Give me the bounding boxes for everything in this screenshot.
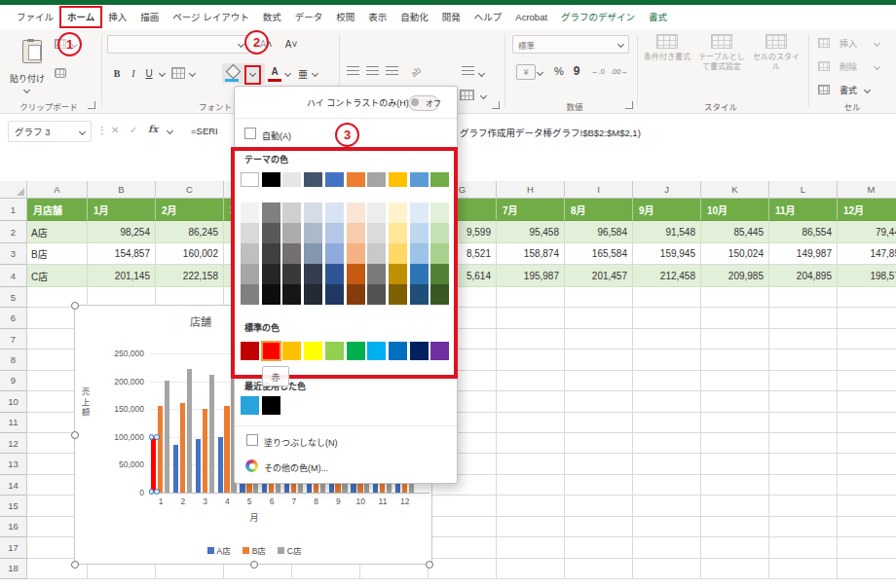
conditional-formatting-button[interactable]: 条件付き書式	[641, 34, 693, 94]
cell-empty[interactable]	[701, 391, 769, 412]
tab-自動化[interactable]: 自動化	[393, 7, 435, 27]
selected-bar-handle[interactable]	[154, 434, 160, 440]
no-fill-item[interactable]: 塗りつぶしなし(N)	[264, 436, 338, 449]
cell-empty[interactable]	[838, 413, 896, 433]
tab-開発[interactable]: 開発	[435, 7, 467, 27]
cell-value[interactable]: 165,584	[565, 243, 633, 265]
cell-month-2月[interactable]: 2月	[156, 199, 224, 221]
row-header-7[interactable]: 7	[0, 329, 27, 349]
cell-empty[interactable]	[633, 475, 701, 496]
format-painter-icon[interactable]	[55, 68, 66, 78]
cell-empty[interactable]	[497, 329, 565, 349]
cell-value[interactable]: 212,458	[633, 265, 701, 287]
font-color-button[interactable]: A	[267, 64, 282, 78]
cell-value[interactable]: 222,158	[156, 265, 224, 287]
cell-empty[interactable]	[565, 454, 633, 474]
cell-empty[interactable]	[565, 475, 633, 496]
cell-empty[interactable]	[838, 496, 896, 516]
cell-month-10月[interactable]: 10月	[701, 199, 769, 221]
cell-empty[interactable]	[633, 496, 701, 516]
cell-month-11月[interactable]: 11月	[769, 199, 838, 221]
cell-empty[interactable]	[769, 371, 838, 391]
cell-empty[interactable]	[701, 475, 769, 496]
cell-value[interactable]: 204,895	[769, 265, 838, 287]
tab-ページ レイアウト[interactable]: ページ レイアウト	[166, 7, 255, 27]
cell-value[interactable]: 158,874	[497, 243, 565, 265]
cell-empty[interactable]	[838, 475, 896, 496]
underline-button[interactable]: U	[141, 64, 157, 82]
cell-empty[interactable]	[497, 371, 565, 391]
cell-empty[interactable]	[633, 349, 701, 370]
chart-bar-B店-m1[interactable]	[158, 406, 163, 493]
chart-bar-B店-m2[interactable]	[180, 403, 185, 493]
cell-empty[interactable]	[565, 371, 633, 391]
cell-empty[interactable]	[701, 537, 769, 558]
row-header-4[interactable]: 4	[0, 265, 27, 287]
format-dropdown-icon[interactable]	[864, 87, 871, 93]
cell-empty[interactable]	[429, 537, 497, 558]
col-header-H[interactable]: H	[497, 181, 565, 199]
tab-表示[interactable]: 表示	[361, 7, 393, 27]
cell-value[interactable]: 198,57	[838, 265, 896, 287]
cell-value[interactable]: 147,85	[838, 243, 896, 265]
formula-text-right[interactable]: グラフ作成用データ棒グラフ!$B$2:$M$2,1)	[460, 126, 641, 139]
cell-empty[interactable]	[838, 517, 896, 537]
cell-empty[interactable]	[565, 329, 633, 349]
cell-empty[interactable]	[565, 391, 633, 412]
cell-empty[interactable]	[633, 371, 701, 391]
cell-month-9月[interactable]: 9月	[633, 199, 701, 221]
row-header-6[interactable]: 6	[0, 308, 27, 328]
cancel-icon[interactable]: ✕	[111, 125, 119, 135]
cell-empty[interactable]	[497, 559, 565, 579]
formula-text-left[interactable]: =SERI	[191, 126, 218, 136]
chart-bar-B店-m4[interactable]	[224, 406, 229, 493]
auto-color-swatch[interactable]	[244, 128, 256, 139]
cell-empty[interactable]	[769, 391, 838, 412]
cell-empty[interactable]	[497, 517, 565, 537]
currency-format-icon[interactable]: ¥	[516, 64, 536, 80]
tab-書式[interactable]: 書式	[642, 7, 674, 27]
cell-empty[interactable]	[769, 559, 838, 579]
insert-dropdown-icon[interactable]	[874, 40, 880, 47]
cell-empty[interactable]	[701, 287, 769, 308]
percent-style-button[interactable]: %	[551, 62, 567, 80]
cell-empty[interactable]	[633, 559, 701, 579]
cell-empty[interactable]	[497, 287, 565, 308]
shrink-font-button[interactable]: A˅	[280, 36, 302, 53]
cell-empty[interactable]	[838, 433, 896, 454]
cell-empty[interactable]	[838, 537, 896, 558]
alignment-dialog-launcher-icon[interactable]	[492, 101, 500, 109]
borders-dropdown-icon[interactable]	[189, 70, 196, 77]
more-colors-item[interactable]: その他の色(M)...	[264, 461, 328, 474]
underline-dropdown-icon[interactable]	[159, 70, 166, 77]
chart-bar-A店-m3[interactable]	[196, 439, 201, 493]
cell-value[interactable]: 86,245	[156, 221, 224, 243]
row-header-12[interactable]: 12	[0, 433, 27, 454]
cell-value[interactable]: 159,945	[633, 243, 701, 265]
tab-数式[interactable]: 数式	[256, 7, 288, 27]
cell-month-8月[interactable]: 8月	[565, 199, 633, 221]
align-top-icon[interactable]	[347, 66, 359, 76]
cell-empty[interactable]	[633, 329, 701, 349]
cell-empty[interactable]	[497, 433, 565, 454]
cell-empty[interactable]	[565, 413, 633, 433]
bold-button[interactable]: B	[109, 64, 125, 82]
cell-empty[interactable]	[429, 496, 497, 516]
recent-color-swatch[interactable]	[262, 396, 280, 415]
cell-empty[interactable]	[838, 308, 896, 328]
cell-empty[interactable]	[838, 454, 896, 474]
cell-value[interactable]: 149,987	[769, 243, 838, 265]
cell-empty[interactable]	[565, 433, 633, 454]
decrease-decimal-icon[interactable]: .00→	[610, 65, 629, 78]
cell-empty[interactable]	[633, 391, 701, 412]
chart-legend[interactable]: A店B店C店	[75, 544, 433, 556]
row-header-3[interactable]: 3	[0, 243, 27, 265]
row-header-18[interactable]: 18	[0, 559, 27, 579]
cell-empty[interactable]	[565, 287, 633, 308]
cell-empty[interactable]	[769, 517, 838, 537]
legend-item-B店[interactable]: B店	[243, 544, 266, 556]
format-as-table-button[interactable]: テーブルとして書式設定	[695, 34, 748, 94]
align-bottom-icon[interactable]	[386, 66, 398, 76]
row-header-8[interactable]: 8	[0, 349, 27, 370]
select-all-corner[interactable]	[0, 181, 27, 199]
